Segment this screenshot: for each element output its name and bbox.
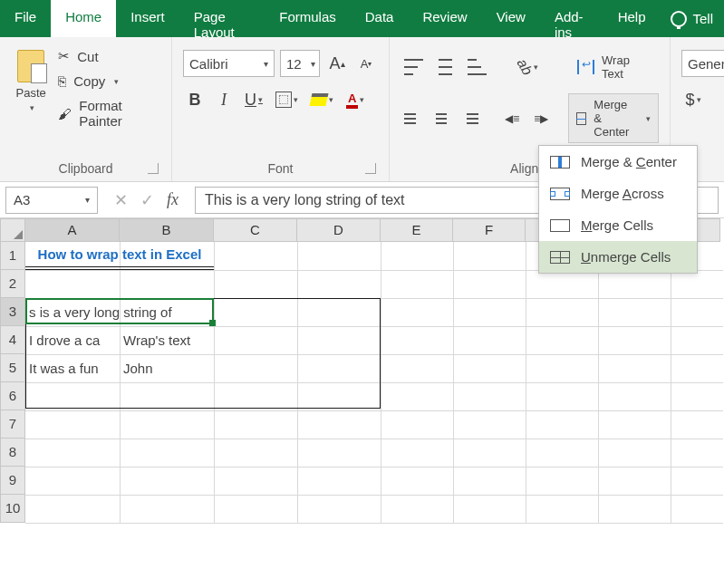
number-format-value: Genera [688,56,724,72]
borders-button[interactable]: ▾ [272,86,302,113]
group-font: Calibri ▾ 12 ▾ A▴ A▾ B I U▾ ▾ ▾ A▾ Font [172,37,390,181]
bold-button[interactable]: B [183,86,207,113]
menu-item-label: Merge Cells [581,217,653,233]
font-color-button[interactable]: A▾ [343,86,368,113]
underline-button[interactable]: U▾ [241,86,266,113]
chevron-down-icon[interactable]: ▾ [85,195,90,205]
fx-icon[interactable]: fx [167,190,179,209]
increase-indent-icon: ≡▶ [534,112,548,125]
enter-formula-icon[interactable]: ✓ [140,190,154,210]
merge-and-center-item[interactable]: Merge & Center [539,146,697,178]
increase-indent-button[interactable]: ≡▶ [529,105,553,132]
col-header-E[interactable]: E [381,218,453,242]
wrap-text-icon [577,60,594,74]
cut-button[interactable]: ✂ Cut [58,48,160,64]
italic-button[interactable]: I [212,86,236,113]
tab-page-layout[interactable]: Page Layout [179,0,265,37]
row-header[interactable]: 2 [0,270,25,298]
row-header[interactable]: 6 [0,382,25,410]
group-label-clipboard: Clipboard [11,158,160,178]
copy-caret-icon[interactable]: ▾ [112,77,119,86]
cell[interactable]: It was a fun [25,354,120,382]
paste-button[interactable]: Paste ▾ [11,44,51,158]
format-painter-button[interactable]: 🖌 Format Painter [58,98,160,129]
align-left-button[interactable] [401,105,424,132]
col-header-F[interactable]: F [453,218,526,242]
dialog-launcher-icon[interactable] [365,163,376,174]
formula-value: This is a very long string of text [205,192,405,208]
cell[interactable]: John [120,354,214,382]
cell[interactable]: Wrap's text [120,326,214,354]
col-header-C[interactable]: C [214,218,297,242]
row-header[interactable]: 8 [0,439,25,467]
copy-label: Copy [73,73,105,89]
cancel-formula-icon[interactable]: ✕ [114,190,128,210]
tab-review[interactable]: Review [408,0,481,37]
merge-across-item[interactable]: Merge Across [539,178,697,209]
merge-cells-item[interactable]: Merge Cells [539,209,697,241]
row-header[interactable]: 1 [0,242,25,270]
font-color-icon: A [346,92,358,109]
tab-file[interactable]: File [0,0,51,37]
orientation-button[interactable]: ab▾ [513,53,542,81]
select-all-corner[interactable] [0,218,25,242]
row-header[interactable]: 3 [0,298,25,326]
tab-addins[interactable]: Add-ins [540,0,603,37]
tab-view[interactable]: View [482,0,540,37]
align-center-button[interactable] [430,105,453,132]
menubar: File Home Insert Page Layout Formulas Da… [0,0,724,37]
align-bottom-button[interactable] [464,53,490,81]
cell[interactable]: s is a very long string of [25,298,214,326]
decrease-indent-button[interactable]: ◀≡ [500,105,524,132]
row-header[interactable]: 5 [0,354,25,382]
cell[interactable]: I drove a ca [25,326,120,354]
paste-icon [17,50,44,82]
chevron-down-icon: ▾ [311,59,315,69]
fill-color-button[interactable]: ▾ [307,86,337,113]
group-clipboard: Paste ▾ ✂ Cut ⎘ Copy ▾ 🖌 Format Painter [0,37,172,181]
align-middle-button[interactable] [432,53,459,81]
merge-icon [576,112,586,125]
chevron-down-icon[interactable]: ▾ [644,114,651,123]
unmerge-cells-item[interactable]: Unmerge Cells [539,241,697,273]
font-name-value: Calibri [189,56,228,72]
paintbrush-icon: 🖌 [58,106,72,121]
align-middle-icon [436,59,455,75]
tab-insert[interactable]: Insert [116,0,179,37]
tab-help[interactable]: Help [603,0,661,37]
font-name-combo[interactable]: Calibri ▾ [183,50,275,77]
align-right-button[interactable] [459,105,482,132]
increase-font-button[interactable]: A▴ [325,50,349,77]
wrap-text-button[interactable]: Wrap Text [570,50,659,84]
merge-center-button[interactable]: Merge & Center ▾ [568,93,659,143]
paste-caret-icon[interactable]: ▾ [28,103,34,112]
col-header-D[interactable]: D [297,218,381,242]
tab-data[interactable]: Data [351,0,409,37]
name-box-value: A3 [14,192,30,207]
row-header[interactable]: 4 [0,326,25,354]
col-header-A[interactable]: A [25,218,120,242]
tab-formulas[interactable]: Formulas [265,0,351,37]
copy-button[interactable]: ⎘ Copy ▾ [58,73,160,89]
orientation-icon: ab [513,56,535,78]
row-header[interactable]: 9 [0,467,25,495]
decrease-font-button[interactable]: A▾ [354,50,378,77]
align-top-button[interactable] [401,53,427,81]
merge-across-icon [550,188,570,200]
align-bottom-icon [468,59,487,75]
number-format-combo[interactable]: Genera [681,50,724,77]
name-box[interactable]: A3 ▾ [5,187,98,214]
align-right-icon [462,113,478,124]
tell-me[interactable]: Tell [660,0,724,37]
tab-home[interactable]: Home [51,0,116,37]
row-header[interactable]: 7 [0,410,25,439]
dialog-launcher-icon[interactable] [148,163,159,174]
font-size-combo[interactable]: 12 ▾ [280,50,320,77]
cell-title[interactable]: How to wrap text in Excel [25,242,214,270]
col-header-B[interactable]: B [120,218,214,242]
currency-button[interactable]: $▾ [681,86,705,113]
unmerge-cells-icon [550,251,570,264]
row-header[interactable]: 10 [0,495,25,523]
copy-icon: ⎘ [58,73,66,89]
menu-item-label: Unmerge Cells [581,249,671,265]
